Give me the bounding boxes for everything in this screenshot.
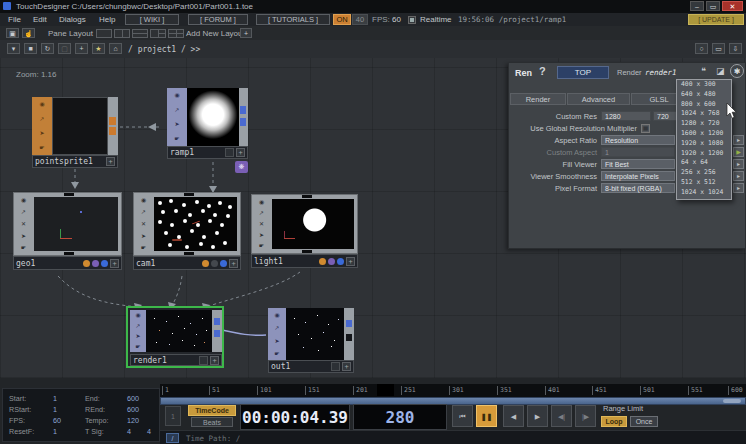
input-connector[interactable] bbox=[184, 193, 194, 196]
realtime-checkbox[interactable] bbox=[408, 16, 416, 24]
wire-icon[interactable]: ↗ bbox=[135, 323, 140, 329]
flag-plus[interactable]: + bbox=[346, 257, 355, 266]
node-viewer-out[interactable] bbox=[286, 308, 344, 360]
op-name[interactable]: render1 bbox=[645, 68, 677, 77]
menu-item-resolution[interactable]: 400 x 300 bbox=[677, 80, 731, 90]
output-connector[interactable] bbox=[109, 127, 116, 135]
menu-item-resolution[interactable]: 800 x 600 bbox=[677, 100, 731, 110]
time-path-button[interactable]: / bbox=[166, 433, 179, 443]
hand-icon[interactable]: ☛ bbox=[274, 351, 279, 357]
add-icon[interactable]: + bbox=[75, 43, 88, 54]
flag-box[interactable] bbox=[331, 362, 340, 371]
timeline-tool-button[interactable]: 1 bbox=[165, 406, 181, 426]
layout-preset-hsplit[interactable] bbox=[132, 29, 148, 38]
menu-item-resolution[interactable]: 1024 x 768 bbox=[677, 109, 731, 119]
circle-icon[interactable]: ○ bbox=[695, 43, 708, 54]
flag-box[interactable] bbox=[199, 356, 208, 365]
x-icon[interactable]: ✕ bbox=[141, 221, 146, 227]
global-res-toggle[interactable]: ▦ bbox=[641, 124, 650, 133]
node-viewer[interactable] bbox=[34, 197, 118, 251]
menu-item-resolution[interactable]: 1600 x 1200 bbox=[677, 129, 731, 139]
setting-value[interactable]: 60 bbox=[53, 416, 61, 425]
render-flag[interactable] bbox=[83, 260, 90, 267]
param-menu-fill[interactable]: Fit Best bbox=[601, 159, 675, 169]
hand-icon[interactable]: ☛ bbox=[135, 344, 140, 350]
menu-item-resolution[interactable]: 640 x 480 bbox=[677, 90, 731, 100]
setting-value[interactable]: 600 bbox=[127, 405, 139, 414]
wire-icon[interactable]: ↗ bbox=[141, 209, 146, 215]
layout-preset-grid[interactable] bbox=[168, 29, 184, 38]
render-flag[interactable] bbox=[319, 258, 326, 265]
pause-icon[interactable]: ❚❚ bbox=[476, 405, 497, 427]
setting-value[interactable]: 1 bbox=[53, 427, 57, 436]
output-connector[interactable] bbox=[346, 334, 352, 341]
play-forward-icon[interactable]: ▶ bbox=[527, 405, 548, 427]
hand-icon[interactable]: ☛ bbox=[259, 243, 264, 249]
arrow-icon[interactable]: ➤ bbox=[39, 130, 44, 136]
family-tab-top[interactable]: TOP bbox=[557, 66, 609, 79]
arrow-icon[interactable]: ➤ bbox=[135, 333, 140, 339]
gear-icon[interactable]: ◉ bbox=[39, 101, 44, 107]
on-toggle[interactable]: ON bbox=[333, 14, 351, 25]
once-button[interactable]: Once bbox=[630, 416, 658, 427]
layout-preset-vsplit[interactable] bbox=[114, 29, 130, 38]
display-flag[interactable] bbox=[92, 260, 99, 267]
param-menu-smoothness[interactable]: Interpolate Pixels bbox=[601, 171, 675, 181]
menu-file[interactable]: File bbox=[8, 15, 21, 24]
output-connector[interactable] bbox=[109, 117, 116, 125]
forum-link[interactable]: [ FORUM ] bbox=[188, 14, 248, 25]
node-label-geo1[interactable]: geo1 + bbox=[13, 256, 122, 270]
node-label-render1[interactable]: render1 + bbox=[130, 354, 222, 366]
tab-advanced[interactable]: Advanced bbox=[567, 93, 630, 105]
display-flag[interactable] bbox=[328, 258, 335, 265]
setting-value[interactable]: 4 bbox=[147, 427, 151, 436]
wire-icon[interactable]: ↗ bbox=[174, 107, 179, 113]
timeline-ruler[interactable]: 1 51 101 151 201 251 301 351 401 451 501… bbox=[160, 384, 746, 398]
home-icon[interactable]: ⌂ bbox=[109, 43, 122, 54]
loop-button[interactable]: Loop bbox=[601, 416, 627, 427]
arrow-icon[interactable]: ➤ bbox=[174, 121, 179, 127]
output-connector[interactable] bbox=[302, 250, 312, 253]
step-back-icon[interactable]: ◀| bbox=[551, 405, 572, 427]
wiki-link[interactable]: [ WIKI ] bbox=[125, 14, 179, 25]
flag-plus[interactable]: + bbox=[210, 356, 219, 365]
node-viewer-render[interactable] bbox=[146, 310, 212, 352]
language-icon[interactable]: ◪ bbox=[716, 66, 725, 76]
frame-display[interactable]: 280 bbox=[353, 404, 447, 430]
output-connector[interactable] bbox=[184, 252, 194, 255]
timecode-mode-button[interactable]: TimeCode bbox=[188, 405, 236, 416]
range-handle[interactable] bbox=[723, 399, 741, 403]
param-field-custom-aspect[interactable]: 1 bbox=[601, 147, 675, 157]
arrow-icon[interactable]: ➤ bbox=[21, 233, 26, 239]
node-label-pointsprite1[interactable]: pointsprite1 + bbox=[32, 155, 118, 168]
x-icon[interactable]: ✕ bbox=[259, 221, 264, 227]
input-connector[interactable] bbox=[64, 193, 74, 196]
pane-dropdown-icon[interactable]: ▾ bbox=[7, 43, 20, 54]
arrow-icon[interactable]: ➤ bbox=[274, 338, 279, 344]
pickable-flag[interactable] bbox=[337, 258, 344, 265]
menu-item-resolution[interactable]: 256 x 256 bbox=[677, 168, 731, 178]
node-pointsprite1[interactable]: ◉ ↗ ➤ ☛ bbox=[32, 97, 118, 155]
node-viewer-particles[interactable] bbox=[154, 197, 237, 251]
wire-icon[interactable]: ↗ bbox=[274, 325, 279, 331]
output-connector[interactable] bbox=[64, 252, 74, 255]
add-layout-button[interactable]: + bbox=[240, 28, 252, 38]
node-viewer-light[interactable] bbox=[272, 199, 354, 249]
gear-icon[interactable]: ◉ bbox=[274, 312, 279, 318]
node-light1[interactable]: ◉ ↗ ✕ ➤ ☛ bbox=[251, 194, 358, 254]
pick-icon[interactable]: ⇩ bbox=[729, 43, 742, 54]
network-path-breadcrumb[interactable]: / project1 / >> bbox=[128, 45, 200, 54]
wire-icon[interactable]: ↗ bbox=[39, 116, 44, 122]
pickable-flag[interactable] bbox=[101, 260, 108, 267]
update-button[interactable]: [ UPDATE ] bbox=[688, 14, 744, 25]
arrow-icon[interactable]: ➤ bbox=[141, 233, 146, 239]
menu-arrow-icon[interactable]: ▸ bbox=[733, 159, 744, 169]
node-label-cam1[interactable]: cam1 + bbox=[133, 256, 241, 270]
flag-plus[interactable]: + bbox=[106, 157, 115, 166]
menu-item-resolution[interactable]: 1920 x 1080 bbox=[677, 139, 731, 149]
menu-item-resolution[interactable]: 1920 x 1200 bbox=[677, 149, 731, 159]
menu-item-resolution[interactable]: 512 x 512 bbox=[677, 178, 731, 188]
gear-icon[interactable]: ◉ bbox=[21, 197, 26, 203]
menu-arrow-icon[interactable]: ▸ bbox=[733, 171, 744, 181]
setting-value[interactable]: 1 bbox=[53, 394, 57, 403]
